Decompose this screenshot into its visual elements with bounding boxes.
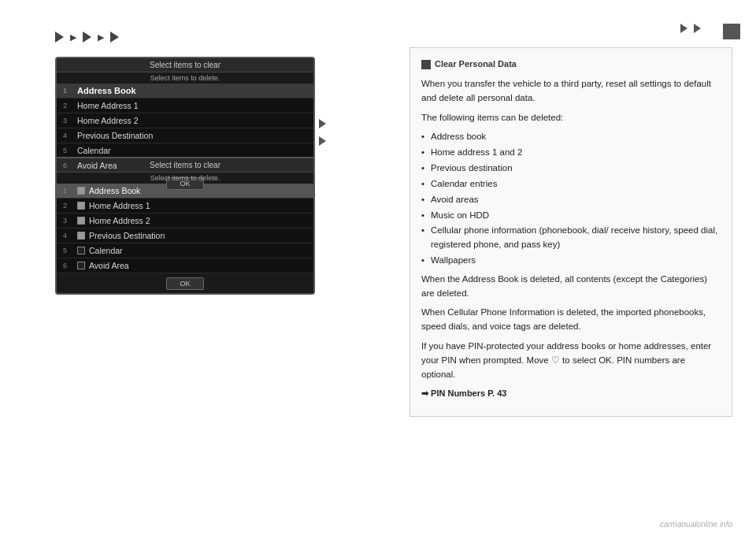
mid-arrow1-icon bbox=[319, 119, 326, 128]
mid-arrows bbox=[319, 119, 370, 146]
list-item: Home address 1 and 2 bbox=[421, 146, 721, 160]
list-item[interactable]: 4 Previous Destination bbox=[57, 228, 313, 243]
checkbox-icon[interactable] bbox=[77, 202, 85, 210]
row-num: 5 bbox=[63, 147, 74, 154]
row-num: 6 bbox=[63, 162, 74, 169]
pin-ref-text: ➡ PIN Numbers P. 43 bbox=[421, 388, 506, 398]
list-item[interactable]: 5 Calendar bbox=[57, 243, 313, 258]
top-right-arrow2-icon bbox=[694, 24, 701, 33]
row-label: Avoid Area bbox=[77, 161, 117, 170]
page-container: ▶ ▶ Select items to clear Select items t… bbox=[0, 0, 756, 535]
pin-ref: ➡ PIN Numbers P. 43 bbox=[421, 387, 721, 400]
row-num: 3 bbox=[63, 217, 74, 225]
list-item: Address book bbox=[421, 130, 721, 144]
checkbox-icon[interactable] bbox=[77, 187, 85, 195]
row-num: 2 bbox=[63, 102, 74, 110]
row-label: Home Address 2 bbox=[89, 216, 150, 225]
screen2-subtitle: Select items to delete. bbox=[57, 173, 313, 184]
row-num: 3 bbox=[63, 117, 74, 124]
list-item[interactable]: 2 Home Address 1 bbox=[57, 199, 313, 214]
checkbox-icon[interactable] bbox=[77, 247, 85, 254]
arrow1-icon bbox=[55, 32, 64, 43]
row-label: Address Book bbox=[89, 186, 140, 195]
info-para1: When you transfer the vehicle to a third… bbox=[421, 77, 721, 106]
list-item: Previous destination bbox=[421, 162, 721, 176]
list-item[interactable]: 3 Home Address 2 bbox=[57, 214, 313, 228]
row-label: Address Book bbox=[77, 86, 136, 95]
info-icon bbox=[421, 60, 431, 69]
top-right-arrows bbox=[410, 24, 732, 33]
row-num: 2 bbox=[63, 202, 74, 210]
page-number bbox=[723, 24, 740, 39]
list-item: Music on HDD bbox=[421, 209, 721, 223]
screen1-subtitle: Select items to delete. bbox=[57, 72, 313, 84]
row-label: Calendar bbox=[89, 246, 123, 255]
arrow-separator2: ▶ bbox=[98, 32, 104, 43]
mid-arrow2-icon bbox=[319, 136, 326, 146]
info-bullet-list: Address book Home address 1 and 2 Previo… bbox=[421, 130, 721, 267]
info-para3: When the Address Book is deleted, all co… bbox=[421, 273, 721, 301]
row-num: 1 bbox=[63, 87, 74, 95]
screen2-list: 1 Address Book 2 Home Address 1 3 Home A… bbox=[57, 184, 313, 273]
checkbox-icon[interactable] bbox=[77, 232, 85, 240]
list-item[interactable]: 3 Home Address 2 bbox=[57, 113, 313, 128]
top-nav-arrows: ▶ ▶ bbox=[55, 32, 370, 43]
row-label: Home Address 1 bbox=[77, 101, 139, 110]
info-para2: The following items can be deleted: bbox=[421, 111, 721, 125]
row-num: 6 bbox=[63, 262, 74, 269]
top-right-arrow1-icon bbox=[680, 24, 687, 33]
info-para4: When Cellular Phone Information is delet… bbox=[421, 306, 721, 334]
screen2-ok-row: OK bbox=[57, 273, 313, 293]
left-column: ▶ ▶ Select items to clear Select items t… bbox=[0, 0, 394, 535]
screen2-mockup: Select items to clear Select items to de… bbox=[55, 157, 315, 295]
row-label: Avoid Area bbox=[89, 261, 129, 270]
row-num: 4 bbox=[63, 132, 74, 139]
row-label: Home Address 2 bbox=[77, 116, 139, 125]
watermark: carmanualonline.info bbox=[660, 520, 732, 529]
screen1-title: Select items to clear bbox=[57, 58, 313, 72]
list-item[interactable]: 2 Home Address 1 bbox=[57, 98, 313, 113]
list-item: 1 Address Book bbox=[57, 84, 313, 98]
info-box-title: Clear Personal Data bbox=[421, 58, 721, 71]
row-label: Previous Destination bbox=[89, 231, 165, 240]
row-num: 4 bbox=[63, 232, 74, 240]
arrow-separator1: ▶ bbox=[70, 32, 76, 43]
row-label: Previous Destination bbox=[77, 131, 153, 140]
list-item: Cellular phone information (phonebook, d… bbox=[421, 224, 721, 252]
screen2-ok-btn[interactable]: OK bbox=[166, 277, 203, 290]
arrow2-icon bbox=[83, 32, 91, 43]
right-column: Clear Personal Data When you transfer th… bbox=[394, 0, 756, 535]
arrow3-icon bbox=[110, 32, 119, 43]
checkbox-icon[interactable] bbox=[77, 217, 85, 225]
row-label: Calendar bbox=[77, 146, 111, 155]
row-label: Home Address 1 bbox=[89, 201, 150, 210]
info-para5: If you have PIN-protected your address b… bbox=[421, 340, 721, 381]
list-item: Calendar entries bbox=[421, 177, 721, 191]
info-title-text: Clear Personal Data bbox=[435, 58, 517, 71]
list-item[interactable]: 4 Previous Destination bbox=[57, 128, 313, 143]
list-item: Avoid areas bbox=[421, 193, 721, 207]
row-num: 1 bbox=[63, 187, 74, 195]
row-num: 5 bbox=[63, 247, 74, 254]
list-item: Wallpapers bbox=[421, 254, 721, 268]
checkbox-icon[interactable] bbox=[77, 262, 85, 269]
info-box: Clear Personal Data When you transfer th… bbox=[410, 47, 732, 417]
list-item[interactable]: 6 Avoid Area bbox=[57, 258, 313, 273]
